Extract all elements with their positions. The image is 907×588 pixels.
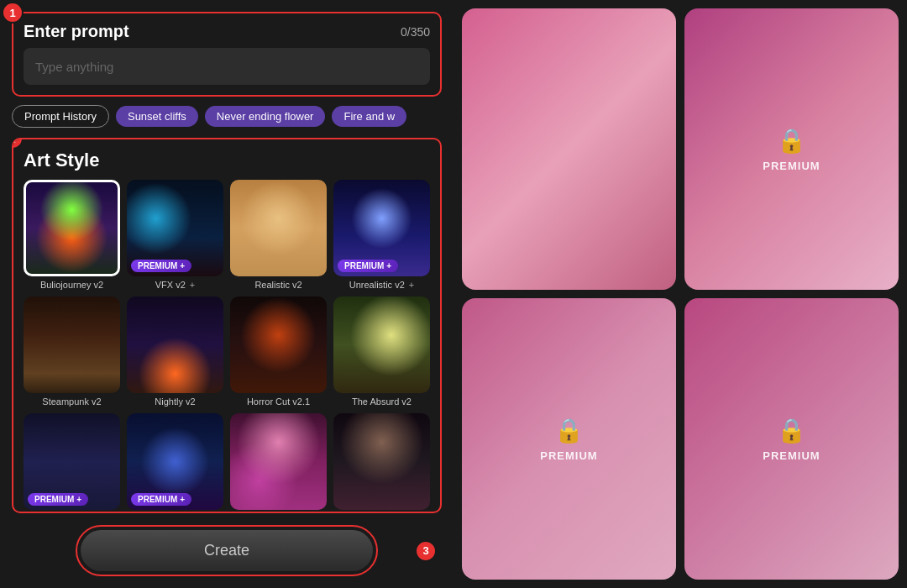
step-2-badge: 2	[12, 138, 24, 150]
style-item-absurd[interactable]: The Absurd v2	[333, 297, 430, 407]
preview-card-bottom-right: 🔒 PREMIUM	[684, 298, 899, 580]
preview-card-top-right: 🔒 PREMIUM	[684, 8, 899, 290]
style-label-unrealistic: Unrealistic v2 +	[349, 280, 415, 290]
premium-badge-vfx: PREMIUM +	[131, 260, 191, 272]
style-label-absurd: The Absurd v2	[352, 396, 412, 407]
style-label-steampunk: Steampunk v2	[42, 396, 101, 407]
premium-overlay-bottom-right: 🔒 PREMIUM	[763, 417, 820, 462]
style-item-vfx[interactable]: PREMIUM + VFX v2 +	[127, 180, 223, 290]
premium-badge-illustrated: PREMIUM +	[131, 493, 191, 506]
premium-overlay-top-right: 🔒 PREMIUM	[763, 127, 820, 172]
style-thumb-realistic	[230, 180, 327, 276]
style-label-vfx: VFX v2 +	[155, 280, 196, 290]
prompt-header: Enter prompt 0/350	[24, 22, 430, 41]
preview-card-top-left	[462, 8, 676, 290]
style-thumb-vfx: PREMIUM +	[127, 180, 223, 276]
style-label-buliojourney: Buliojourney v2	[40, 280, 103, 290]
premium-overlay-bottom-left: 🔒 PREMIUM	[540, 417, 597, 462]
style-grid: Buliojourney v2 PREMIUM + VFX v2 + Reali…	[24, 180, 430, 513]
style-thumb-horrorcut	[230, 297, 327, 393]
lock-icon-top-right: 🔒	[777, 127, 806, 155]
style-item-horror[interactable]: Horror v2	[333, 413, 430, 513]
preview-card-bottom-left: 🔒 PREMIUM	[462, 298, 676, 580]
prompt-input[interactable]	[24, 48, 430, 85]
history-chip-1[interactable]: Never ending flower	[205, 106, 326, 127]
prompt-section: 1 Enter prompt 0/350	[12, 12, 442, 97]
style-thumb-nightly	[127, 297, 223, 393]
style-thumb-flora	[230, 413, 327, 510]
style-thumb-unrealistic: PREMIUM +	[333, 180, 430, 276]
style-item-steampunk[interactable]: Steampunk v2	[24, 297, 120, 407]
char-count: 0/350	[401, 25, 430, 39]
create-section: Create 3	[12, 513, 442, 588]
premium-text-bottom-right: PREMIUM	[763, 449, 820, 462]
right-panel: 🔒 PREMIUM 🔒 PREMIUM 🔒 PREMIUM	[454, 0, 907, 588]
style-thumb-illustrated: PREMIUM +	[127, 413, 223, 510]
style-thumb-steampunk	[24, 297, 120, 393]
style-thumb-figure: PREMIUM +	[24, 413, 120, 510]
step-3-badge: 3	[415, 540, 437, 562]
step-1-badge: 1	[2, 2, 24, 24]
create-button-wrapper: Create	[76, 525, 378, 576]
style-label-realistic: Realistic v2	[254, 280, 301, 290]
style-item-figure[interactable]: PREMIUM + Figure v2 +	[24, 413, 120, 513]
artstyle-title: Art Style	[24, 150, 430, 171]
style-item-horrorcut[interactable]: Horror Cut v2.1	[230, 297, 327, 407]
prompt-title: Enter prompt	[24, 22, 129, 41]
lock-icon-bottom-left: 🔒	[554, 417, 584, 444]
style-thumb-absurd	[333, 297, 430, 393]
style-thumb-buliojourney	[24, 180, 120, 276]
style-label-horrorcut: Horror Cut v2.1	[247, 396, 310, 407]
style-item-unrealistic[interactable]: PREMIUM + Unrealistic v2 +	[333, 180, 430, 290]
prompt-history-button[interactable]: Prompt History	[12, 105, 109, 128]
premium-text-top-right: PREMIUM	[763, 160, 820, 172]
style-item-buliojourney[interactable]: Buliojourney v2	[24, 180, 120, 290]
left-panel: 1 Enter prompt 0/350 Prompt History Suns…	[0, 0, 454, 588]
create-button[interactable]: Create	[81, 530, 373, 571]
style-item-illustrated[interactable]: PREMIUM + Illustrated v2 +	[127, 413, 223, 513]
lock-icon-bottom-right: 🔒	[777, 417, 806, 444]
premium-badge-figure: PREMIUM +	[28, 493, 88, 506]
style-item-flora[interactable]: Flora v2	[230, 413, 327, 513]
style-thumb-horror	[333, 413, 430, 510]
style-item-nightly[interactable]: Nightly v2	[127, 297, 223, 407]
premium-text-bottom-left: PREMIUM	[540, 449, 597, 462]
style-item-realistic[interactable]: Realistic v2	[230, 180, 327, 290]
premium-badge-unrealistic: PREMIUM +	[338, 260, 398, 272]
history-chip-2[interactable]: Fire and w	[332, 106, 406, 127]
style-label-nightly: Nightly v2	[155, 396, 195, 407]
history-row: Prompt History Sunset cliffs Never endin…	[12, 105, 442, 128]
artstyle-section: 2 Art Style Buliojourney v2 PREMIUM + VF…	[12, 138, 442, 513]
history-chip-0[interactable]: Sunset cliffs	[116, 106, 198, 127]
